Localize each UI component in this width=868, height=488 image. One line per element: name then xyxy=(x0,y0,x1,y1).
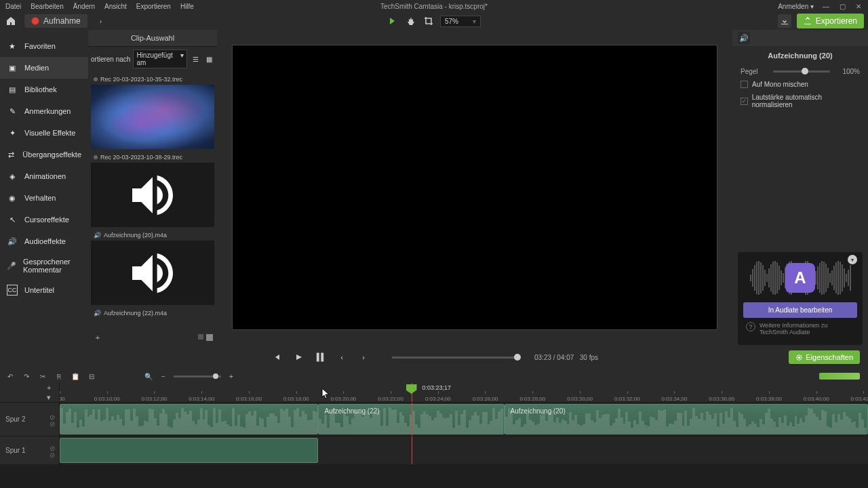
view-list-button[interactable]: ☰ xyxy=(190,54,201,64)
pause-button[interactable] xyxy=(311,348,329,366)
sidebar: ★Favoriten ▣Medien ▤Bibliothek ✎Anmerkun… xyxy=(0,30,88,345)
timeline-zoom-slider[interactable] xyxy=(174,375,221,378)
download-button[interactable] xyxy=(778,14,791,28)
panel-size-small[interactable] xyxy=(198,334,203,340)
menu-ansicht[interactable]: Ansicht xyxy=(104,3,127,10)
track-link-icon[interactable]: ⊘ xyxy=(50,413,55,419)
gain-slider[interactable] xyxy=(773,70,830,73)
sidebar-item-audioeffekte[interactable]: 🔊Audioeffekte xyxy=(0,230,88,252)
info-icon[interactable]: ? xyxy=(746,322,755,331)
annotation-icon: ✎ xyxy=(7,106,18,117)
copy-button[interactable]: ⎘ xyxy=(54,371,64,381)
sidebar-item-animationen[interactable]: ◈Animationen xyxy=(0,165,88,187)
paste-button[interactable]: 📋 xyxy=(71,371,80,381)
step-back-button[interactable]: ‹ xyxy=(335,350,349,364)
timeline-toolbar: ↶ ↷ ✂ ⎘ 📋 ⊟ 🔍 − + xyxy=(0,369,868,383)
audio-indicator-icon: 🔊 xyxy=(94,310,101,317)
sidebar-item-favoriten[interactable]: ★Favoriten xyxy=(0,35,88,57)
cursor-icon: ↖ xyxy=(7,214,18,225)
svg-rect-0 xyxy=(317,353,319,362)
zoom-out-button[interactable]: − xyxy=(159,371,168,381)
normalize-checkbox[interactable] xyxy=(741,98,748,105)
mono-checkbox[interactable] xyxy=(741,81,748,88)
track-lock-icon[interactable]: ⊘ xyxy=(50,451,55,457)
speaker-icon xyxy=(125,168,180,222)
playback-slider[interactable] xyxy=(392,357,521,359)
menu-bearbeiten[interactable]: Bearbeiten xyxy=(31,3,63,10)
minimize-button[interactable]: — xyxy=(822,2,830,10)
sidebar-item-medien[interactable]: ▣Medien xyxy=(0,57,88,79)
menu-aendern[interactable]: Ändern xyxy=(73,3,95,10)
playhead-marker-icon[interactable] xyxy=(406,384,417,394)
prev-clip-button[interactable] xyxy=(270,350,283,364)
panel-size-large[interactable] xyxy=(206,334,213,341)
sidebar-item-kommentar[interactable]: 🎤Gesprochener Kommentar xyxy=(0,252,88,279)
record-indicator-icon xyxy=(94,155,98,159)
track-menu-button[interactable]: ▾ xyxy=(47,393,55,401)
close-button[interactable]: ✕ xyxy=(854,2,863,10)
preview-canvas[interactable] xyxy=(232,45,717,330)
sort-dropdown[interactable]: Hinzugefügt am▾ xyxy=(133,49,187,68)
sidebar-item-anmerkungen[interactable]: ✎Anmerkungen xyxy=(0,100,88,122)
menu-hilfe[interactable]: Hilfe xyxy=(180,3,194,10)
track-content[interactable] xyxy=(60,436,868,464)
track-label[interactable]: Spur 1⊘⊘ xyxy=(0,436,60,464)
sidebar-item-cursoreffekte[interactable]: ↖Cursoreffekte xyxy=(0,209,88,230)
toolbar: Aufnahme › 57%▾ Exportieren xyxy=(0,12,868,30)
add-media-button[interactable]: + xyxy=(92,332,103,343)
cut-button[interactable]: ✂ xyxy=(38,371,47,381)
main-area: ★Favoriten ▣Medien ▤Bibliothek ✎Anmerkun… xyxy=(0,30,868,345)
audiate-panel: ▾ A In Audiate bearbeiten ?Weitere Infor… xyxy=(738,252,863,345)
timeline-ruler[interactable]: 0:03:23;17 8;000:03:10;000:03:12;000:03:… xyxy=(60,383,868,402)
playhead[interactable]: 0:03:23;17 xyxy=(412,383,412,402)
add-track-button[interactable]: + xyxy=(47,384,55,392)
audio-tab-button[interactable]: 🔊 xyxy=(738,32,750,44)
cc-icon: CC xyxy=(7,285,18,296)
zoom-in-button[interactable]: + xyxy=(226,371,236,381)
home-button[interactable] xyxy=(4,14,18,28)
properties-button[interactable]: Eigenschaften xyxy=(789,350,860,364)
media-panel-title: Clip-Auswahl xyxy=(88,30,217,47)
record-chevron[interactable]: › xyxy=(94,14,108,28)
sidebar-item-visuelle-effekte[interactable]: ✦Visuelle Effekte xyxy=(0,122,88,144)
redo-button[interactable]: ↷ xyxy=(22,371,31,381)
track-label[interactable]: Spur 2⊘⊘ xyxy=(0,403,60,436)
menu-datei[interactable]: Datei xyxy=(5,3,21,10)
transition-icon: ⇄ xyxy=(7,149,16,160)
step-forward-button[interactable]: › xyxy=(357,350,370,364)
menu-exportieren[interactable]: Exportieren xyxy=(136,3,171,10)
track-lock-icon[interactable]: ⊘ xyxy=(50,420,55,426)
sidebar-item-bibliothek[interactable]: ▤Bibliothek xyxy=(0,79,88,100)
playback-time: 03:23 / 04:07 30 fps xyxy=(534,354,598,361)
menubar: Datei Bearbeiten Ändern Ansicht Exportie… xyxy=(0,0,868,12)
audiate-edit-button[interactable]: In Audiate bearbeiten xyxy=(743,302,857,318)
maximize-button[interactable]: ▢ xyxy=(838,2,846,10)
sidebar-item-verhalten[interactable]: ◉Verhalten xyxy=(0,187,88,209)
video-thumbnail xyxy=(91,85,214,149)
export-button[interactable]: Exportieren xyxy=(797,14,864,28)
timeline: + ▾ 0:03:23;17 8;000:03:10;000:03:12;000… xyxy=(0,383,868,472)
playhead-time: 0:03:23;17 xyxy=(422,384,452,391)
gain-label: Pegel xyxy=(741,68,768,75)
split-button[interactable]: ⊟ xyxy=(87,371,96,381)
play-button[interactable] xyxy=(292,350,305,364)
mono-label: Auf Mono mischen xyxy=(752,81,808,88)
pan-mode-button[interactable] xyxy=(405,15,417,27)
undo-button[interactable]: ↶ xyxy=(5,371,15,381)
crop-mode-button[interactable] xyxy=(422,15,435,27)
canvas-zoom-dropdown[interactable]: 57%▾ xyxy=(440,16,481,27)
record-button[interactable]: Aufnahme xyxy=(24,14,87,28)
sidebar-item-untertitel[interactable]: CCUntertitel xyxy=(0,279,88,301)
track-content[interactable]: Aufzeichnung (22)Aufzeichnung (20) xyxy=(60,403,868,436)
timeline-overview[interactable] xyxy=(819,373,860,380)
media-item[interactable]: Rec 20-03-2023-10-35-32.trec xyxy=(91,74,214,149)
track-link-icon[interactable]: ⊘ xyxy=(50,445,55,450)
media-item[interactable]: Rec 20-03-2023-10-38-29.trec xyxy=(91,152,214,227)
sidebar-item-uebergangseffekte[interactable]: ⇄Übergangseffekte xyxy=(0,144,88,165)
media-item[interactable]: 🔊Aufzeichnung (20).m4a xyxy=(91,230,214,305)
view-grid-button[interactable]: ▦ xyxy=(203,54,214,64)
signin-link[interactable]: Anmelden ▾ xyxy=(778,3,814,10)
properties-title: Aufzeichnung (20) xyxy=(732,46,868,65)
media-item[interactable]: 🔊Aufzeichnung (22).m4a xyxy=(91,308,214,319)
edit-mode-button[interactable] xyxy=(387,15,399,27)
